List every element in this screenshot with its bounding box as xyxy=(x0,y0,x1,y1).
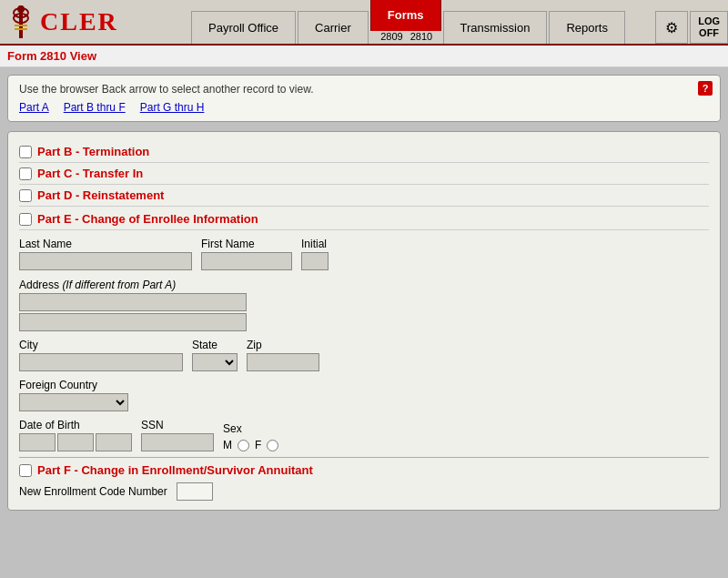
ssn-label: SSN xyxy=(141,419,214,431)
ssn-input[interactable] xyxy=(141,433,214,451)
first-name-input[interactable] xyxy=(201,252,292,270)
dob-inputs xyxy=(19,433,132,451)
svg-point-3 xyxy=(17,5,25,13)
initial-input[interactable] xyxy=(301,252,329,270)
tab-carrier[interactable]: Carrier xyxy=(298,11,369,44)
part-e-checkbox[interactable] xyxy=(19,213,32,226)
dob-month-input[interactable] xyxy=(19,433,56,451)
foreign-country-label: Foreign Country xyxy=(19,379,709,391)
dob-year-input[interactable] xyxy=(96,433,132,451)
dob-label: Date of Birth xyxy=(19,419,132,431)
part-f-header: Part F - Change in Enrollment/Survivor A… xyxy=(19,463,709,477)
tab-forms-group: Forms 2809 2810 xyxy=(370,0,443,44)
link-part-b-thru-f[interactable]: Part B thru F xyxy=(64,101,126,114)
tab-transmission[interactable]: Transmission xyxy=(443,11,548,44)
foreign-country-group: Foreign Country Canada Mexico United Kin… xyxy=(19,379,709,411)
form-section: Part B - Termination Part C - Transfer I… xyxy=(7,131,721,511)
state-select[interactable]: ALAKAZAR CACOCTDC DEFLGAHI IDILINIA xyxy=(192,353,238,371)
state-label: State xyxy=(192,339,238,351)
help-button[interactable]: ? xyxy=(698,81,713,96)
last-name-input[interactable] xyxy=(19,252,192,270)
sub-number-2809: 2809 xyxy=(380,31,402,42)
sub-numbers: 2809 2810 xyxy=(380,31,432,44)
ssn-group: SSN xyxy=(141,419,214,451)
enrollment-code-input[interactable] xyxy=(177,482,213,501)
last-name-group: Last Name xyxy=(19,238,192,270)
logo-text: CLER xyxy=(40,7,118,36)
sex-group: Sex M F xyxy=(223,422,278,451)
first-name-label: First Name xyxy=(201,238,292,250)
sex-radio-row: M F xyxy=(223,439,278,451)
dob-day-input[interactable] xyxy=(57,433,94,451)
part-b-row: Part B - Termination xyxy=(19,141,709,163)
dob-ssn-sex-row: Date of Birth SSN Sex M xyxy=(19,419,709,451)
nav-links: Part A Part B thru F Part G thru H xyxy=(19,101,709,114)
address-label: Address (If different from Part A) xyxy=(19,279,176,291)
logoff-button[interactable]: LOGOFF xyxy=(690,11,728,44)
part-f-section: Part F - Change in Enrollment/Survivor A… xyxy=(19,463,709,501)
tab-reports[interactable]: Reports xyxy=(549,11,625,44)
part-b-label: Part B - Termination xyxy=(37,145,149,158)
gear-icon: ⚙ xyxy=(665,19,678,36)
part-f-fields: New Enrollment Code Number xyxy=(19,482,709,501)
separator xyxy=(19,457,709,458)
link-part-a[interactable]: Part A xyxy=(19,101,49,114)
zip-input[interactable] xyxy=(247,353,319,371)
city-input[interactable] xyxy=(19,353,183,371)
logo-area: CLER xyxy=(0,0,191,44)
city-group: City xyxy=(19,339,183,371)
address-line2-input[interactable] xyxy=(19,313,247,331)
nav-right: ⚙ LOGOFF xyxy=(655,0,728,44)
initial-group: Initial xyxy=(301,238,329,270)
sex-label: Sex xyxy=(223,422,278,435)
initial-label: Initial xyxy=(301,238,329,250)
part-c-label: Part C - Transfer In xyxy=(37,167,143,180)
sex-m-radio[interactable] xyxy=(238,440,249,451)
link-part-g-thru-h[interactable]: Part G thru H xyxy=(140,101,205,114)
state-group: State ALAKAZAR CACOCTDC DEFLGAHI IDILINI… xyxy=(192,339,238,371)
sex-f-radio[interactable] xyxy=(267,440,278,451)
sex-m-label: M xyxy=(223,439,232,451)
new-enrollment-label: New Enrollment Code Number xyxy=(19,485,167,498)
city-label: City xyxy=(19,339,183,351)
part-c-row: Part C - Transfer In xyxy=(19,163,709,185)
sub-number-2810: 2810 xyxy=(410,31,432,42)
foreign-country-select[interactable]: Canada Mexico United Kingdom xyxy=(19,393,128,411)
address-line1-input[interactable] xyxy=(19,293,247,311)
info-box: ? Use the browser Back arrow to select a… xyxy=(7,75,721,122)
part-c-checkbox[interactable] xyxy=(19,167,32,180)
main-content: ? Use the browser Back arrow to select a… xyxy=(0,67,728,518)
dob-group: Date of Birth xyxy=(19,419,132,451)
tab-payroll-office[interactable]: Payroll Office xyxy=(191,11,296,44)
part-e-label: Part E - Change of Enrollee Information xyxy=(37,212,258,226)
zip-group: Zip xyxy=(247,339,319,371)
page-title: Form 2810 View xyxy=(0,46,728,67)
nav-tabs: Payroll Office Carrier Forms 2809 2810 T… xyxy=(191,0,655,44)
header: CLER Payroll Office Carrier Forms 2809 2… xyxy=(0,0,728,46)
last-name-label: Last Name xyxy=(19,238,192,250)
part-e-header: Part E - Change of Enrollee Information xyxy=(19,212,709,230)
part-e-section: Part E - Change of Enrollee Information … xyxy=(19,207,709,451)
name-row: Last Name First Name Initial xyxy=(19,238,709,270)
part-d-checkbox[interactable] xyxy=(19,189,32,202)
address-sub-label: (If different from Part A) xyxy=(62,279,176,291)
first-name-group: First Name xyxy=(201,238,292,270)
logoff-label: LOGOFF xyxy=(698,15,720,39)
city-state-zip-row: City State ALAKAZAR CACOCTDC DEFLGAHI ID… xyxy=(19,339,709,371)
info-text: Use the browser Back arrow to select ano… xyxy=(19,83,709,96)
sex-f-label: F xyxy=(255,439,261,451)
part-d-row: Part D - Reinstatement xyxy=(19,185,709,207)
part-f-checkbox[interactable] xyxy=(19,464,32,477)
caduceus-icon xyxy=(7,5,35,38)
part-b-checkbox[interactable] xyxy=(19,146,32,158)
part-f-label: Part F - Change in Enrollment/Survivor A… xyxy=(37,463,313,477)
tab-forms[interactable]: Forms xyxy=(370,0,441,31)
zip-label: Zip xyxy=(247,339,319,351)
gear-button[interactable]: ⚙ xyxy=(655,11,688,44)
address-block: Address (If different from Part A) xyxy=(19,278,709,331)
part-d-label: Part D - Reinstatement xyxy=(37,188,164,202)
